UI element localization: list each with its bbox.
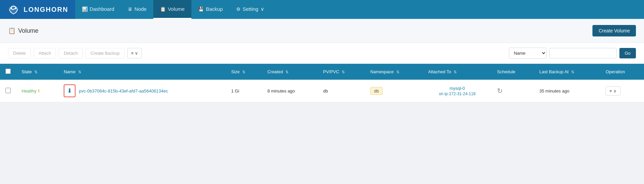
list-filter-icon: ≡ [131,51,134,56]
page-title: 📋 Volume [8,27,38,34]
row-schedule-cell: ↻ [492,80,534,102]
sort-backup-icon[interactable]: ⇅ [571,70,574,74]
col-last-backup: Last Backup At ⇅ [534,64,601,80]
attach-button[interactable]: Attach [34,48,56,58]
row-size-cell: 1 Gi [226,80,262,102]
col-state: State ⇅ [16,64,58,80]
nav-item-node-label: Node [134,6,147,12]
select-all-checkbox[interactable] [5,69,11,74]
state-healthy-label: Healthy [22,88,36,94]
brand[interactable]: LONGHORN [0,0,75,19]
backup-icon: 💾 [198,6,204,12]
toolbar: Delete Attach Detach Create Backup ≡ ∨ N… [0,43,644,64]
nav-item-dashboard[interactable]: 📊 Dashboard [75,0,121,19]
nav-items: 📊 Dashboard 🖥 Node 📋 Volume 💾 Backup ⚙ S… [75,0,271,19]
schedule-refresh-icon[interactable]: ↻ [497,87,503,95]
operation-chevron-icon: ∨ [613,88,617,94]
create-volume-button[interactable]: Create Volume [592,25,636,36]
sort-namespace-icon[interactable]: ⇅ [396,70,399,74]
col-name: Name ⇅ [58,64,226,80]
table-container: State ⇅ Name ⇅ Size ⇅ Created ⇅ PV/PVC [0,64,644,102]
row-namespace-cell: db [365,80,423,102]
attached-ip: on ip-172-31-24-118 [439,91,476,96]
table-header-row: State ⇅ Name ⇅ Size ⇅ Created ⇅ PV/PVC [0,64,644,80]
sort-attached-icon[interactable]: ⇅ [454,70,457,74]
col-schedule: Schedule [492,64,534,80]
operation-button[interactable]: ≡ ∨ [606,86,620,96]
volume-icon: 📋 [160,6,166,12]
row-state-cell: Healthy ℹ [16,80,58,102]
col-namespace: Namespace ⇅ [365,64,423,80]
toolbar-right: Name State Namespace Go [509,48,636,59]
col-created: Created ⇅ [262,64,317,80]
filter-select[interactable]: Name State Namespace [509,48,547,59]
col-pvpvc: PV/PVC ⇅ [318,64,365,80]
state-healthy: Healthy ℹ [22,88,53,94]
attached-info: mysql-0 on ip-172-31-24-118 [428,86,486,96]
volume-name-link[interactable]: pvc-0b37084c-815b-43ef-afd7-aa56406134ec [79,88,168,94]
chevron-icon: ∨ [135,51,138,56]
col-attached-to: Attached To ⇅ [423,64,492,80]
nav-item-setting-label: Setting [243,6,258,12]
detach-button[interactable]: Detach [59,48,83,58]
sort-state-icon[interactable]: ⇅ [34,70,37,74]
nav-item-backup-label: Backup [206,6,223,12]
row-checkbox[interactable] [5,88,11,93]
create-backup-button[interactable]: Create Backup [86,48,125,58]
page-header: 📋 Volume Create Volume [0,19,644,43]
nav-item-volume-label: Volume [168,6,185,12]
chevron-down-icon: ∨ [260,6,264,12]
table-body: Healthy ℹ ⬇ pvc-0b37084c-815b-43ef-afd7-… [0,80,644,102]
namespace-badge: db [370,87,382,95]
download-button[interactable]: ⬇ [64,84,75,97]
setting-icon: ⚙ [236,6,241,12]
filter-list-button[interactable]: ≡ ∨ [127,48,142,58]
sort-name-icon[interactable]: ⇅ [78,70,81,74]
dashboard-icon: 📊 [82,6,88,12]
state-info-icon[interactable]: ℹ [38,88,40,93]
sort-created-icon[interactable]: ⇅ [285,70,288,74]
sort-size-icon[interactable]: ⇅ [242,70,245,74]
row-checkbox-cell [0,80,16,102]
nav-item-node[interactable]: 🖥 Node [121,0,153,19]
attached-node[interactable]: mysql-0 [450,86,465,91]
sort-pvpvc-icon[interactable]: ⇅ [342,70,345,74]
row-name-cell: ⬇ pvc-0b37084c-815b-43ef-afd7-aa56406134… [58,80,226,102]
nav-item-backup[interactable]: 💾 Backup [191,0,229,19]
row-last-backup-cell: 35 minutes ago [534,80,601,102]
select-all-header [0,64,16,80]
download-icon: ⬇ [67,87,72,95]
nav-item-volume[interactable]: 📋 Volume [153,0,191,19]
row-created-cell: 8 minutes ago [262,80,317,102]
filter-input[interactable] [549,48,617,58]
row-pvpvc-cell: db [318,80,365,102]
brand-logo-icon [7,3,20,16]
brand-name: LONGHORN [24,6,68,14]
col-operation: Operation [600,64,644,80]
col-size: Size ⇅ [226,64,262,80]
go-button[interactable]: Go [619,48,636,58]
volume-page-icon: 📋 [8,27,16,34]
node-icon: 🖥 [128,6,132,12]
table-row: Healthy ℹ ⬇ pvc-0b37084c-815b-43ef-afd7-… [0,80,644,102]
row-operation-cell: ≡ ∨ [600,80,644,102]
nav-item-setting[interactable]: ⚙ Setting ∨ [229,0,271,19]
navbar: LONGHORN 📊 Dashboard 🖥 Node 📋 Volume 💾 B… [0,0,644,19]
row-attached-cell: mysql-0 on ip-172-31-24-118 [423,80,492,102]
nav-item-dashboard-label: Dashboard [90,6,114,12]
toolbar-left: Delete Attach Detach Create Backup ≡ ∨ [8,48,142,58]
operation-list-icon: ≡ [609,88,612,94]
delete-button[interactable]: Delete [8,48,31,58]
volumes-table: State ⇅ Name ⇅ Size ⇅ Created ⇅ PV/PVC [0,64,644,102]
